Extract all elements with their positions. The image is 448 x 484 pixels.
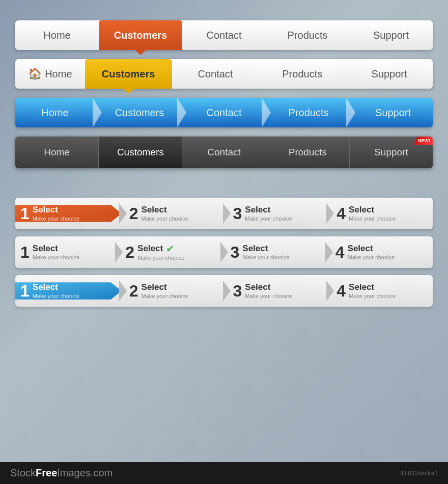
step1-label: Select <box>33 205 79 215</box>
step4-blue-label: Select <box>349 282 396 292</box>
step-arrow-p3 <box>325 242 333 262</box>
step-arrow-3 <box>326 203 334 224</box>
nav1-contact[interactable]: Contact <box>182 20 266 50</box>
step1-blue-label: Select <box>33 282 79 292</box>
nav4-home[interactable]: Home <box>15 137 99 168</box>
step-nav-red-container: 1 Select Make your chooice 2 Select Make… <box>15 198 433 229</box>
step2-number: 2 <box>129 205 138 222</box>
nav3-contact[interactable]: Contact <box>186 98 262 127</box>
step-arrow-b3 <box>326 281 334 301</box>
step4-sublabel: Make your chooice <box>349 216 396 222</box>
step-arrow-1 <box>119 203 127 224</box>
step4-blue-number: 4 <box>337 283 346 299</box>
nav3: Home Customers Contact Products Support <box>15 98 433 127</box>
step1-blue-sublabel: Make your chooice <box>33 293 79 300</box>
step3-number: 3 <box>233 205 242 222</box>
nav4-customers[interactable]: Customers <box>99 137 182 168</box>
step3-plain[interactable]: 3 Select Make your chooice <box>226 244 328 261</box>
nav3-support[interactable]: Support <box>355 98 431 127</box>
step1-plain[interactable]: 1 Select Make your chooice <box>15 244 118 261</box>
step-arrow-p2 <box>220 242 228 262</box>
step3-blue[interactable]: 3 Select Make your chooice <box>228 282 329 300</box>
step4-plain[interactable]: 4 Select Make your chooice <box>330 244 433 261</box>
step2-blue-sublabel: Make your chooice <box>142 293 188 300</box>
nav4: Home Customers Contact Products Support … <box>15 137 433 168</box>
nav3-divider-1 <box>93 98 102 127</box>
step2-blue-label: Select <box>142 282 188 292</box>
step3-blue-number: 3 <box>233 283 242 299</box>
step3-red[interactable]: 3 Select Make your chooice <box>228 205 329 222</box>
nav4-support[interactable]: Support NEW! <box>350 137 433 168</box>
step4-blue-sublabel: Make your chooice <box>349 293 396 300</box>
step3-plain-sublabel: Make your chooice <box>242 254 289 261</box>
nav3-customers[interactable]: Customers <box>102 98 177 127</box>
step-nav-plain: 1 Select Make your chooice 2 Select ✔ Ma… <box>15 236 433 268</box>
nav4-contact[interactable]: Contact <box>182 137 266 168</box>
nav1: Home Customers Contact Products Support <box>15 20 433 50</box>
watermark-id: ID 032slmlra1 <box>400 470 438 477</box>
step2-sublabel: Make your chooice <box>142 216 188 222</box>
nav2-support[interactable]: Support <box>346 59 433 89</box>
step1-sublabel: Make your chooice <box>33 216 79 222</box>
nav3-home[interactable]: Home <box>17 98 93 127</box>
step2-blue-number: 2 <box>129 283 138 299</box>
nav1-customers[interactable]: Customers <box>99 20 182 50</box>
step2-plain-label: Select <box>137 244 163 254</box>
nav3-divider-4 <box>346 98 355 127</box>
nav3-products[interactable]: Products <box>271 98 346 127</box>
nav3-divider-3 <box>262 98 271 127</box>
step1-plain-sublabel: Make your chooice <box>33 254 79 261</box>
nav3-divider-2 <box>177 98 186 127</box>
step2-plain-number: 2 <box>125 244 134 260</box>
watermark-bar: StockFreeImages.com ID 032slmlra1 <box>0 462 448 484</box>
step-nav-plain-container: 1 Select Make your chooice 2 Select ✔ Ma… <box>15 236 433 268</box>
step2-plain-sublabel: Make your chooice <box>137 255 184 261</box>
step-nav-blue-container: 1 Select Make your chooice 2 Select Make… <box>15 275 433 307</box>
step3-sublabel: Make your chooice <box>245 216 292 222</box>
nav2: 🏠 Home Customers Contact Products Suppor… <box>15 59 433 89</box>
step2-label: Select <box>142 205 188 215</box>
step1-blue[interactable]: 1 Select Make your chooice <box>15 282 122 300</box>
step-nav-red: 1 Select Make your chooice 2 Select Make… <box>15 198 433 229</box>
step-arrow-b1 <box>119 281 127 301</box>
nav2-customers[interactable]: Customers <box>85 59 172 89</box>
watermark-text: StockFreeImages.com <box>10 467 113 479</box>
nav1-home[interactable]: Home <box>15 20 99 50</box>
step-nav-blue: 1 Select Make your chooice 2 Select Make… <box>15 275 433 307</box>
step1-blue-number: 1 <box>20 283 30 299</box>
step4-blue[interactable]: 4 Select Make your chooice <box>331 282 433 300</box>
step2-red[interactable]: 2 Select Make your chooice <box>124 205 226 222</box>
step3-blue-sublabel: Make your chooice <box>245 293 292 300</box>
checkmark-icon: ✔ <box>166 243 175 255</box>
step3-plain-number: 3 <box>231 244 240 260</box>
nav4-products[interactable]: Products <box>266 137 350 168</box>
step4-red[interactable]: 4 Select Make your chooice <box>331 205 433 222</box>
step-arrow-p1 <box>115 242 123 262</box>
nav4-container: Home Customers Contact Products Support … <box>15 137 433 168</box>
step3-label: Select <box>245 205 292 215</box>
step1-plain-number: 1 <box>20 244 30 260</box>
nav1-products[interactable]: Products <box>266 20 349 50</box>
step4-plain-sublabel: Make your chooice <box>348 254 395 261</box>
nav2-contact[interactable]: Contact <box>172 59 259 89</box>
nav2-products[interactable]: Products <box>259 59 346 89</box>
nav2-container: 🏠 Home Customers Contact Products Suppor… <box>15 59 433 89</box>
step1-red[interactable]: 1 Select Make your chooice <box>15 205 122 222</box>
step3-plain-label: Select <box>242 244 289 254</box>
step4-plain-number: 4 <box>335 244 345 260</box>
step4-number: 4 <box>337 205 346 222</box>
nav3-container: Home Customers Contact Products Support <box>15 98 433 127</box>
step-arrow-b2 <box>223 281 231 301</box>
step1-plain-label: Select <box>33 244 79 254</box>
step4-label: Select <box>349 205 396 215</box>
new-badge: NEW! <box>414 137 433 145</box>
nav1-container: Home Customers Contact Products Support <box>15 20 433 50</box>
step2-blue[interactable]: 2 Select Make your chooice <box>124 282 226 300</box>
home-icon: 🏠 <box>28 67 42 80</box>
step-arrow-2 <box>223 203 231 224</box>
nav1-support[interactable]: Support <box>349 20 433 50</box>
step3-blue-label: Select <box>245 282 292 292</box>
step4-plain-label: Select <box>348 244 395 254</box>
step2-plain[interactable]: 2 Select ✔ Make your chooice <box>120 243 222 261</box>
nav2-home[interactable]: 🏠 Home <box>15 59 85 89</box>
